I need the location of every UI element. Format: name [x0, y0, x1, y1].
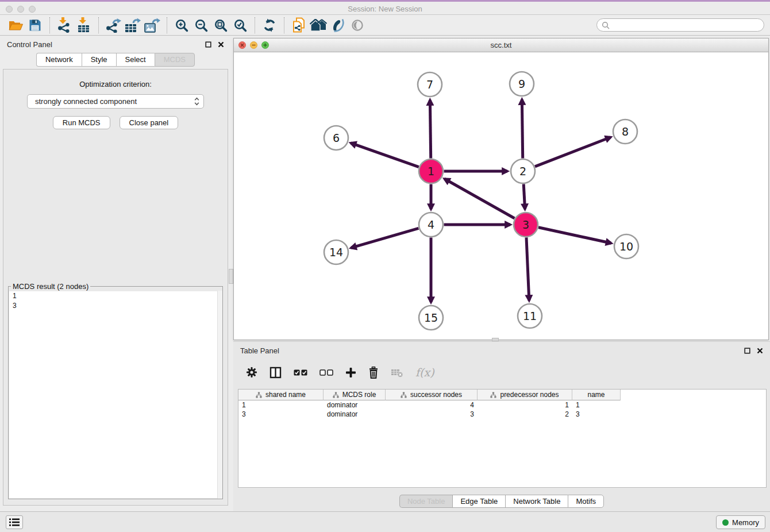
export-network-icon — [105, 18, 121, 33]
graph-node-2[interactable]: 2 — [511, 159, 535, 183]
tab-motifs[interactable]: Motifs — [568, 495, 604, 508]
delete-table-button[interactable] — [391, 368, 403, 377]
export-table-button[interactable] — [123, 17, 143, 34]
show-columns-button[interactable] — [270, 367, 282, 379]
table-cell[interactable]: dominator — [324, 400, 386, 410]
sort-tree-icon — [490, 392, 496, 398]
maximize-network-button[interactable] — [261, 41, 269, 49]
graph-node-7[interactable]: 7 — [418, 72, 442, 97]
save-session-button[interactable] — [25, 17, 45, 34]
close-network-button[interactable] — [238, 41, 246, 49]
column-header-successor-nodes[interactable]: successor nodes — [386, 390, 478, 400]
table-settings-button[interactable] — [246, 367, 257, 378]
show-all-networks-button[interactable] — [309, 17, 328, 34]
column-header-shared-name[interactable]: shared name — [238, 390, 324, 400]
open-folder-icon — [8, 18, 24, 32]
graph-node-11[interactable]: 11 — [518, 304, 542, 328]
graph-node-9[interactable]: 9 — [510, 72, 534, 96]
table-cell[interactable]: 3 — [386, 410, 478, 419]
table-cell[interactable]: 3 — [238, 410, 324, 419]
graph-node-1[interactable]: 1 — [419, 159, 443, 183]
table-cell[interactable]: 3 — [572, 410, 621, 419]
criterion-select[interactable]: strongly connected component — [27, 94, 204, 109]
graph-edge-3-10[interactable] — [538, 228, 611, 243]
apply-layout-button[interactable] — [260, 17, 279, 34]
export-image-button[interactable] — [143, 17, 162, 34]
graph-edge-4-14[interactable] — [351, 228, 418, 248]
column-header-label: predecessor nodes — [500, 391, 559, 399]
tab-node-table[interactable]: Node Table — [399, 495, 453, 508]
import-network-button[interactable] — [55, 17, 74, 34]
tab-edge-table[interactable]: Edge Table — [452, 495, 505, 508]
graph-node-8[interactable]: 8 — [613, 119, 637, 144]
network-window-titlebar[interactable]: scc.txt — [234, 38, 768, 52]
table-cell[interactable]: 4 — [386, 400, 478, 410]
graph-node-14[interactable]: 14 — [324, 240, 348, 264]
run-mcds-button[interactable]: Run MCDS — [53, 116, 110, 129]
table-cell[interactable]: 2 — [478, 410, 572, 419]
column-header-name[interactable]: name — [572, 390, 621, 400]
table-cell[interactable]: 1 — [572, 400, 621, 410]
import-table-button[interactable] — [74, 17, 94, 34]
tab-mcds[interactable]: MCDS — [155, 53, 195, 67]
function-builder-button[interactable]: f(x) — [415, 366, 434, 379]
table-cell[interactable]: 1 — [238, 400, 324, 410]
mcds-result-list[interactable]: 13 — [9, 291, 222, 498]
table-row[interactable]: 3dominator323 — [238, 410, 766, 419]
select-all-button[interactable] — [294, 369, 307, 376]
close-panel-icon[interactable] — [218, 41, 224, 48]
graph-edge-3-1[interactable] — [445, 179, 515, 218]
paint-off-button[interactable] — [328, 17, 348, 34]
result-line: 3 — [9, 301, 222, 311]
table-cell[interactable]: 1 — [478, 400, 572, 410]
graph-edge-2-3[interactable] — [523, 184, 525, 209]
graph-node-10[interactable]: 10 — [614, 234, 638, 259]
tab-network-table[interactable]: Network Table — [505, 495, 568, 508]
network-canvas[interactable]: 7968124314101511 — [234, 52, 768, 340]
graph-node-3[interactable]: 3 — [514, 213, 538, 237]
graph-edge-1-6[interactable] — [351, 143, 418, 167]
column-header-label: successor nodes — [410, 391, 462, 399]
graph-edge-3-11[interactable] — [526, 237, 529, 300]
graph-edge-1-7[interactable] — [430, 100, 430, 159]
tab-style[interactable]: Style — [82, 53, 116, 67]
node-table[interactable]: shared nameMCDS rolesuccessor nodesprede… — [238, 389, 767, 488]
zoom-out-button[interactable] — [191, 17, 211, 34]
table-panel-header: Table Panel — [233, 342, 770, 359]
close-panel-button[interactable]: Close panel — [120, 116, 179, 129]
eye-disabled-button[interactable] — [348, 17, 367, 34]
close-panel-icon[interactable] — [757, 348, 763, 354]
delete-column-button[interactable] — [368, 367, 379, 379]
optimization-criterion-label: Optimization criterion: — [3, 80, 228, 88]
graph-edge-2-9[interactable] — [522, 99, 522, 159]
table-cell[interactable]: dominator — [324, 410, 386, 419]
search-input[interactable] — [613, 21, 759, 29]
tab-network[interactable]: Network — [36, 53, 82, 67]
column-header-MCDS-role[interactable]: MCDS role — [324, 390, 386, 400]
zoom-fit-button[interactable] — [211, 17, 230, 34]
memory-button[interactable]: Memory — [716, 515, 765, 529]
vertical-splitter-handle[interactable] — [229, 269, 233, 284]
graph-edge-2-8[interactable] — [535, 137, 611, 167]
control-panel: Control Panel Network Style Select MCDS … — [0, 36, 231, 508]
zoom-in-button[interactable] — [172, 17, 191, 34]
deselect-all-button[interactable] — [319, 369, 333, 376]
open-session-button[interactable] — [6, 17, 25, 34]
minimize-network-button[interactable] — [250, 41, 257, 49]
result-scrollbar[interactable] — [217, 291, 222, 499]
float-panel-icon[interactable] — [205, 41, 211, 48]
table-row[interactable]: 1dominator411 — [238, 400, 766, 410]
add-column-button[interactable] — [345, 367, 356, 378]
zoom-selected-button[interactable] — [230, 17, 250, 34]
graph-node-6[interactable]: 6 — [324, 126, 348, 150]
task-history-button[interactable] — [6, 515, 23, 529]
copy-style-button[interactable] — [289, 17, 309, 34]
column-header-predecessor-nodes[interactable]: predecessor nodes — [478, 390, 572, 400]
graph-node-15[interactable]: 15 — [419, 306, 443, 330]
graph-node-label: 1 — [428, 165, 434, 178]
tab-select[interactable]: Select — [116, 53, 155, 67]
graph-node-4[interactable]: 4 — [419, 213, 443, 237]
export-network-button[interactable] — [103, 17, 123, 34]
float-panel-icon[interactable] — [744, 348, 750, 354]
refresh-icon — [263, 18, 276, 32]
